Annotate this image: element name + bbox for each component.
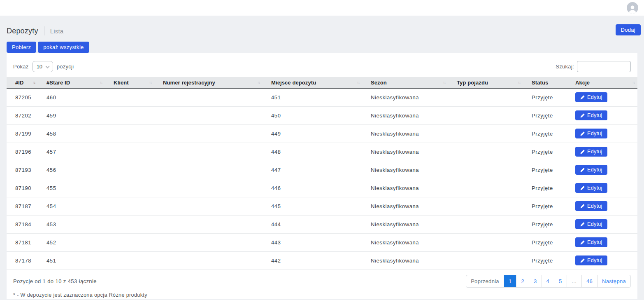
edit-button[interactable]: Edytuj <box>575 92 607 102</box>
column-label: Klient <box>114 80 129 86</box>
page-title: Depozyty <box>7 27 38 35</box>
topbar <box>0 0 644 16</box>
user-icon <box>627 3 638 14</box>
cell-status: Przyjęte <box>523 161 567 179</box>
column-label: #ID <box>15 80 24 86</box>
cell-season: Niesklasyfikowana <box>362 197 448 215</box>
table-card: Pokaż 10 pozycji Szukaj: #ID↑↓#Stare ID↑… <box>7 53 637 299</box>
cell-vehicle-type <box>448 197 523 215</box>
cell-old-id: 459 <box>38 106 105 124</box>
pencil-icon <box>580 150 585 154</box>
cell-deposit-place: 448 <box>263 143 362 161</box>
edit-button[interactable]: Edytuj <box>575 255 607 265</box>
add-button[interactable]: Dodaj <box>616 24 641 35</box>
edit-button[interactable]: Edytuj <box>575 147 607 157</box>
cell-actions: Edytuj <box>567 88 637 106</box>
table-row: 87205460451NiesklasyfikowanaPrzyjęteEdyt… <box>7 88 637 106</box>
cell-deposit-place: 445 <box>263 197 362 215</box>
edit-button[interactable]: Edytuj <box>575 110 607 120</box>
cell-actions: Edytuj <box>567 251 637 270</box>
pagination-next[interactable]: Następna <box>597 275 630 287</box>
page-size-select-wrap: 10 <box>33 61 53 72</box>
edit-button-label: Edytuj <box>587 149 602 155</box>
sort-icon: ↑↓ <box>518 80 520 85</box>
column-header-miejsce-depozytu[interactable]: Miejsce depozytu↑↓ <box>263 77 362 88</box>
cell-status: Przyjęte <box>523 233 567 251</box>
pagination-page-3[interactable]: 3 <box>529 275 542 287</box>
table-controls: Pokaż 10 pozycji Szukaj: <box>7 53 637 77</box>
table-row: 87190455446NiesklasyfikowanaPrzyjęteEdyt… <box>7 179 637 197</box>
column-header-akcje[interactable]: Akcje↑↓ <box>567 77 637 88</box>
column-header-sezon[interactable]: Sezon↑↓ <box>362 77 448 88</box>
cell-season: Niesklasyfikowana <box>362 233 448 251</box>
search-input[interactable] <box>577 61 631 72</box>
edit-button-label: Edytuj <box>587 239 602 245</box>
cell-deposit-place: 446 <box>263 179 362 197</box>
column-header-typ-pojazdu[interactable]: Typ pojazdu↑↓ <box>448 77 523 88</box>
download-button[interactable]: Pobierz <box>7 42 36 53</box>
cell-client <box>105 88 154 106</box>
pencil-icon <box>580 113 585 118</box>
cell-client <box>105 143 154 161</box>
cell-old-id: 457 <box>38 143 105 161</box>
cell-status: Przyjęte <box>523 251 567 270</box>
sort-icon: ↑↓ <box>100 80 102 85</box>
pagination-page-2[interactable]: 2 <box>516 275 529 287</box>
table-row: 87187454445NiesklasyfikowanaPrzyjęteEdyt… <box>7 197 637 215</box>
edit-button[interactable]: Edytuj <box>575 165 607 175</box>
cell-old-id: 453 <box>38 215 105 233</box>
deposits-table: #ID↑↓#Stare ID↑↓Klient↑↓Numer rejestracy… <box>7 77 637 270</box>
cell-deposit-place: 444 <box>263 215 362 233</box>
cell-actions: Edytuj <box>567 161 637 179</box>
sort-icon: ↑↓ <box>632 80 635 85</box>
cell-client <box>105 179 154 197</box>
cell-actions: Edytuj <box>567 197 637 215</box>
column-label: Sezon <box>371 80 387 86</box>
cell-season: Niesklasyfikowana <box>362 161 448 179</box>
cell-vehicle-type <box>448 143 523 161</box>
table-row: 87196457448NiesklasyfikowanaPrzyjęteEdyt… <box>7 143 637 161</box>
pagination-ellipsis: … <box>567 275 581 287</box>
show-all-button[interactable]: pokaż wszystkie <box>38 42 89 53</box>
cell-season: Niesklasyfikowana <box>362 88 448 106</box>
pagination-page-5[interactable]: 5 <box>554 275 567 287</box>
cell-reg-number <box>154 161 263 179</box>
column-header-status[interactable]: Status <box>523 77 567 88</box>
edit-button[interactable]: Edytuj <box>575 237 607 247</box>
pagination-page-4[interactable]: 4 <box>542 275 554 287</box>
cell-season: Niesklasyfikowana <box>362 179 448 197</box>
table-row: 87199458449NiesklasyfikowanaPrzyjęteEdyt… <box>7 124 637 143</box>
edit-button-label: Edytuj <box>587 94 602 100</box>
cell-status: Przyjęte <box>523 143 567 161</box>
column-header-stare-id[interactable]: #Stare ID↑↓ <box>38 77 105 88</box>
edit-button[interactable]: Edytuj <box>575 219 607 229</box>
cell-status: Przyjęte <box>523 88 567 106</box>
search-label: Szukaj: <box>556 63 574 70</box>
column-header-numer-rejestracyjny[interactable]: Numer rejestracyjny↑↓ <box>154 77 263 88</box>
column-header-klient[interactable]: Klient↑↓ <box>105 77 154 88</box>
pencil-icon <box>580 258 585 263</box>
edit-button[interactable]: Edytuj <box>575 129 607 138</box>
title-divider <box>44 26 44 35</box>
table-body: 87205460451NiesklasyfikowanaPrzyjęteEdyt… <box>7 88 637 270</box>
pagination-previous[interactable]: Poprzednia <box>466 275 504 287</box>
pencil-icon <box>580 168 585 172</box>
edit-button-label: Edytuj <box>587 167 602 173</box>
pagination-page-1[interactable]: 1 <box>504 275 516 287</box>
column-header-id[interactable]: #ID↑↓ <box>7 77 38 88</box>
edit-button[interactable]: Edytuj <box>575 201 607 211</box>
edit-button[interactable]: Edytuj <box>575 183 607 193</box>
cell-actions: Edytuj <box>567 179 637 197</box>
user-avatar-button[interactable] <box>627 2 638 14</box>
cell-status: Przyjęte <box>523 124 567 143</box>
edit-button-label: Edytuj <box>587 258 602 263</box>
cell-reg-number <box>154 143 263 161</box>
cell-id: 87187 <box>7 197 38 215</box>
column-label: Akcje <box>575 80 590 86</box>
pagination-page-46[interactable]: 46 <box>581 275 597 287</box>
cell-season: Niesklasyfikowana <box>362 106 448 124</box>
column-label: #Stare ID <box>46 80 70 86</box>
page-size-select[interactable]: 10 <box>33 61 53 72</box>
cell-id: 87196 <box>7 143 38 161</box>
cell-reg-number <box>154 215 263 233</box>
